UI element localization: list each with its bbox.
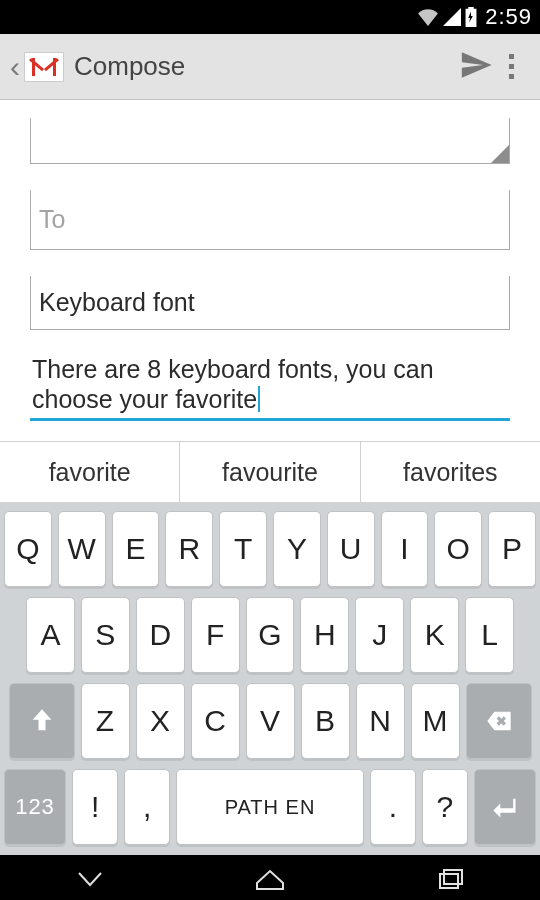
key-g[interactable]: G — [246, 597, 295, 673]
nav-back-button[interactable] — [73, 863, 107, 900]
signal-icon — [443, 8, 461, 26]
key-e[interactable]: E — [112, 511, 160, 587]
back-icon[interactable]: ‹ — [10, 50, 20, 84]
key-m[interactable]: M — [411, 683, 460, 759]
key-w[interactable]: W — [58, 511, 106, 587]
key-question[interactable]: ? — [422, 769, 468, 845]
key-j[interactable]: J — [355, 597, 404, 673]
key-numeric[interactable]: 123 — [4, 769, 66, 845]
key-s[interactable]: S — [81, 597, 130, 673]
nav-home-button[interactable] — [253, 863, 287, 900]
to-field[interactable]: To — [30, 190, 510, 250]
gmail-icon[interactable] — [24, 52, 64, 82]
key-h[interactable]: H — [300, 597, 349, 673]
dropdown-indicator-icon — [491, 145, 509, 163]
key-enter[interactable] — [474, 769, 536, 845]
key-t[interactable]: T — [219, 511, 267, 587]
to-placeholder: To — [39, 205, 65, 234]
body-field[interactable]: There are 8 keyboard fonts, you can choo… — [30, 348, 510, 421]
key-z[interactable]: Z — [81, 683, 130, 759]
wifi-icon — [417, 8, 439, 26]
key-f[interactable]: F — [191, 597, 240, 673]
status-icons — [417, 7, 477, 27]
key-r[interactable]: R — [165, 511, 213, 587]
key-shift[interactable] — [9, 683, 75, 759]
subject-value: Keyboard font — [39, 288, 195, 317]
key-o[interactable]: O — [434, 511, 482, 587]
key-k[interactable]: K — [410, 597, 459, 673]
key-space[interactable]: PATH EN — [176, 769, 364, 845]
body-text: There are 8 keyboard fonts, you can choo… — [32, 355, 434, 413]
system-nav-bar — [0, 855, 540, 900]
key-backspace[interactable] — [466, 683, 532, 759]
status-bar: 2:59 — [0, 0, 540, 34]
soft-keyboard: Q W E R T Y U I O P A S D F G H J K L Z … — [0, 503, 540, 855]
key-exclamation[interactable]: ! — [72, 769, 118, 845]
key-p[interactable]: P — [488, 511, 536, 587]
suggestion-2[interactable]: favourite — [180, 442, 360, 502]
overflow-menu-button[interactable] — [493, 46, 530, 87]
from-spinner[interactable] — [30, 118, 510, 164]
key-n[interactable]: N — [356, 683, 405, 759]
action-bar: ‹ Compose — [0, 34, 540, 100]
key-u[interactable]: U — [327, 511, 375, 587]
key-d[interactable]: D — [136, 597, 185, 673]
text-cursor — [258, 386, 260, 412]
svg-rect-0 — [440, 874, 458, 888]
compose-form: To Keyboard font There are 8 keyboard fo… — [0, 118, 540, 421]
key-y[interactable]: Y — [273, 511, 321, 587]
nav-recent-button[interactable] — [433, 863, 467, 900]
key-period[interactable]: . — [370, 769, 416, 845]
key-v[interactable]: V — [246, 683, 295, 759]
svg-rect-1 — [444, 870, 462, 884]
suggestion-1[interactable]: favorite — [0, 442, 180, 502]
suggestion-3[interactable]: favorites — [361, 442, 540, 502]
suggestion-strip: favorite favourite favorites — [0, 441, 540, 503]
key-q[interactable]: Q — [4, 511, 52, 587]
key-a[interactable]: A — [26, 597, 75, 673]
send-button[interactable] — [459, 48, 493, 86]
subject-field[interactable]: Keyboard font — [30, 276, 510, 330]
key-c[interactable]: C — [191, 683, 240, 759]
key-i[interactable]: I — [381, 511, 429, 587]
status-time: 2:59 — [485, 4, 532, 30]
key-l[interactable]: L — [465, 597, 514, 673]
key-x[interactable]: X — [136, 683, 185, 759]
key-comma[interactable]: , — [124, 769, 170, 845]
key-b[interactable]: B — [301, 683, 350, 759]
page-title: Compose — [74, 51, 459, 82]
battery-icon — [465, 7, 477, 27]
